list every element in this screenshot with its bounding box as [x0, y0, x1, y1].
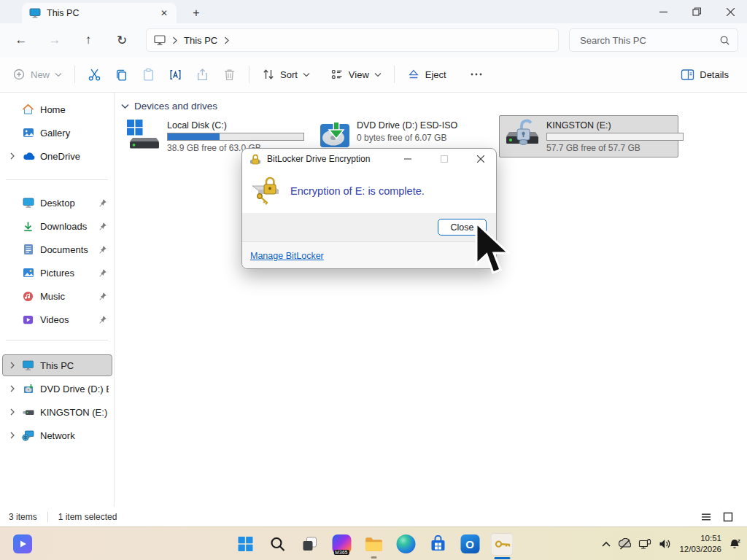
window-restore-button[interactable]: [680, 0, 713, 23]
sidebar-item-this-pc[interactable]: This PC: [2, 354, 112, 376]
chevron-right-icon[interactable]: [9, 385, 16, 392]
store-icon: [429, 535, 446, 553]
chevron-right-icon[interactable]: [9, 432, 16, 439]
dialog-minimize-button[interactable]: [392, 149, 423, 168]
sidebar-item-label: Gallery: [40, 128, 109, 139]
task-view-button[interactable]: [298, 533, 321, 556]
sidebar-item-onedrive[interactable]: OneDrive: [2, 145, 112, 167]
sidebar-item-documents[interactable]: Documents: [2, 238, 112, 260]
up-button[interactable]: ↑: [76, 28, 101, 52]
back-button[interactable]: ←: [9, 28, 34, 52]
edge-button[interactable]: [395, 533, 417, 556]
sidebar-item-label: Pictures: [40, 268, 93, 279]
window-minimize-button[interactable]: [646, 0, 680, 23]
bitlocker-key-icon: [493, 535, 511, 553]
tab-close-icon[interactable]: ✕: [158, 7, 171, 20]
new-tab-button[interactable]: +: [188, 5, 204, 21]
rename-button[interactable]: [162, 63, 189, 86]
dialog-title: BitLocker Drive Encryption: [267, 154, 387, 164]
drive-free-space: 0 bytes free of 6.07 GB: [357, 133, 457, 143]
window-close-button[interactable]: [713, 0, 747, 23]
sidebar-item-network[interactable]: Network: [2, 424, 112, 446]
group-header-devices-and-drives[interactable]: Devices and drives: [121, 101, 217, 112]
file-explorer-button[interactable]: [363, 533, 385, 556]
ellipsis-icon: [470, 72, 483, 77]
sidebar-item-videos[interactable]: Videos: [2, 308, 112, 330]
bitlocker-taskbar-button[interactable]: [491, 533, 514, 556]
search-box[interactable]: [569, 28, 738, 52]
delete-button[interactable]: [216, 63, 243, 86]
manage-bitlocker-link[interactable]: Manage BitLocker: [250, 251, 324, 261]
view-button[interactable]: View: [324, 63, 388, 85]
new-button[interactable]: New: [6, 63, 69, 85]
notification-bell-dnd-icon[interactable]: z: [729, 537, 743, 551]
copy-button[interactable]: [108, 63, 135, 86]
more-options-button[interactable]: [463, 68, 489, 81]
this-pc-icon: [29, 8, 41, 18]
bitlocker-unlocked-drive-icon: [504, 119, 541, 152]
sidebar-item-dvd-drive[interactable]: DVD Drive (D:) ESD-: [2, 378, 112, 400]
pictures-icon: [21, 268, 35, 278]
safely-remove-hardware-icon[interactable]: [638, 538, 651, 551]
search-input[interactable]: [580, 35, 719, 46]
cut-button[interactable]: [81, 63, 108, 86]
tab-this-pc[interactable]: This PC ✕: [22, 3, 177, 23]
chevron-right-icon[interactable]: [9, 152, 16, 160]
view-button-label: View: [349, 69, 369, 80]
sidebar-item-home[interactable]: Home: [2, 98, 112, 120]
details-pane-label: Details: [700, 69, 729, 80]
forward-button[interactable]: →: [42, 28, 67, 52]
status-divider: [47, 512, 48, 522]
volume-icon[interactable]: [659, 538, 672, 550]
details-view-toggle[interactable]: [700, 511, 712, 523]
drive-tile-kingston-e[interactable]: KINGSTON (E:) 57.7 GB free of 57.7 GB: [499, 115, 678, 158]
share-button[interactable]: [189, 63, 216, 86]
status-bar: 3 items 1 item selected: [0, 507, 747, 526]
details-pane-button[interactable]: Details: [674, 64, 735, 85]
large-icons-view-toggle[interactable]: [722, 511, 734, 523]
outlook-button[interactable]: O: [459, 533, 481, 556]
sidebar-item-label: OneDrive: [40, 151, 109, 162]
rename-icon: [169, 68, 182, 82]
start-button[interactable]: [234, 533, 257, 556]
sidebar-item-music[interactable]: Music: [2, 285, 112, 307]
dialog-link-row: Manage BitLocker: [242, 242, 496, 269]
sidebar-item-pictures[interactable]: Pictures: [2, 262, 112, 284]
sidebar-item-kingston[interactable]: KINGSTON (E:): [2, 401, 112, 423]
pin-icon: [98, 315, 109, 324]
pin-icon: [98, 198, 109, 208]
dialog-close-button[interactable]: [465, 149, 496, 168]
this-pc-icon: [154, 35, 166, 45]
sidebar-item-downloads[interactable]: Downloads: [2, 215, 112, 237]
network-offline-icon[interactable]: [619, 538, 631, 551]
paste-button[interactable]: [135, 63, 162, 86]
search-button[interactable]: [266, 533, 289, 556]
tray-clock[interactable]: 10:51 12/03/2026: [679, 533, 721, 555]
microsoft-store-button[interactable]: [427, 533, 449, 556]
breadcrumb[interactable]: This PC: [184, 35, 217, 46]
details-pane-icon: [681, 69, 694, 81]
dialog-maximize-button[interactable]: [429, 149, 460, 168]
outlook-icon: O: [460, 534, 479, 553]
chevron-right-icon[interactable]: [9, 362, 16, 369]
tray-show-hidden-icons-button[interactable]: [601, 540, 611, 548]
address-bar[interactable]: This PC: [146, 28, 559, 52]
toolbar-divider: [394, 66, 395, 83]
sidebar-item-gallery[interactable]: Gallery: [2, 122, 112, 144]
active-window-indicator: [494, 557, 510, 559]
chevron-right-icon[interactable]: [9, 408, 16, 416]
music-icon: [21, 291, 35, 302]
task-view-icon: [301, 535, 318, 553]
videos-icon: [21, 314, 35, 325]
copy-icon: [115, 68, 128, 82]
sidebar-item-desktop[interactable]: Desktop: [2, 192, 112, 214]
eject-button[interactable]: Eject: [400, 63, 453, 85]
sort-button[interactable]: Sort: [255, 63, 317, 85]
widgets-button[interactable]: [13, 534, 32, 553]
copilot-m365-button[interactable]: M365: [330, 533, 353, 556]
sidebar-divider: [6, 340, 108, 341]
refresh-button[interactable]: ↻: [109, 28, 134, 52]
bitlocker-dialog: BitLocker Drive Encryption Encryption of…: [241, 148, 497, 269]
dialog-footer: Close: [242, 213, 496, 242]
taskbar: M365 O 10:51 12/03/2026 z: [0, 526, 747, 560]
